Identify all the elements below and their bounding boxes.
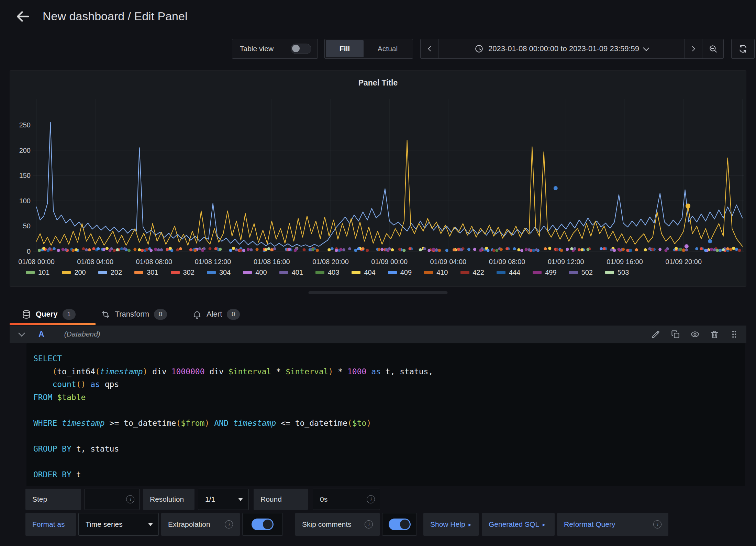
legend-item-400[interactable]: 400 bbox=[243, 269, 267, 276]
svg-text:0: 0 bbox=[27, 248, 31, 255]
legend-item-444[interactable]: 444 bbox=[497, 269, 520, 276]
time-shift-back-button[interactable] bbox=[421, 39, 438, 58]
refresh-icon bbox=[738, 44, 748, 54]
legend-swatch bbox=[533, 271, 542, 274]
legend-label: 422 bbox=[473, 269, 484, 276]
show-help-button[interactable]: Show Help▸ bbox=[423, 513, 479, 536]
svg-text:01/08 20:00: 01/08 20:00 bbox=[312, 258, 349, 265]
tab-query[interactable]: Query 1 bbox=[22, 309, 76, 320]
zoom-out-button[interactable] bbox=[702, 39, 723, 58]
show-help-text: Show Help bbox=[430, 520, 465, 528]
edit-pencil-icon[interactable] bbox=[651, 330, 660, 339]
query-datasource: (Databend) bbox=[64, 330, 100, 338]
legend-swatch bbox=[460, 271, 469, 274]
legend-swatch bbox=[424, 271, 433, 274]
drag-handle-icon[interactable] bbox=[730, 330, 739, 339]
legend-label: 401 bbox=[292, 269, 303, 276]
legend-item-301[interactable]: 301 bbox=[134, 269, 158, 276]
legend-item-499[interactable]: 499 bbox=[533, 269, 556, 276]
time-range-button[interactable]: 2023-01-08 00:00:00 to 2023-01-09 23:59:… bbox=[438, 39, 684, 58]
reformat-query-button[interactable]: Reformat Query i bbox=[557, 513, 668, 536]
svg-text:01/09 12:00: 01/09 12:00 bbox=[548, 258, 584, 265]
svg-text:01/09 16:00: 01/09 16:00 bbox=[607, 258, 643, 265]
svg-text:01/09 04:00: 01/09 04:00 bbox=[430, 258, 467, 265]
refresh-button[interactable] bbox=[731, 39, 755, 59]
transform-icon bbox=[101, 310, 110, 319]
legend-label: 503 bbox=[618, 269, 629, 276]
tab-alert[interactable]: Alert 0 bbox=[192, 309, 240, 320]
collapse-chevron-icon[interactable] bbox=[18, 330, 25, 337]
actual-button[interactable]: Actual bbox=[364, 40, 412, 57]
back-arrow-icon[interactable] bbox=[15, 9, 30, 24]
chart-panel: Panel Title 05010015020025001/08 00:0001… bbox=[10, 70, 746, 287]
tab-query-label: Query bbox=[36, 310, 58, 319]
legend-label: 101 bbox=[38, 269, 49, 276]
legend-item-404[interactable]: 404 bbox=[352, 269, 375, 276]
fill-actual-segmented: Fill Actual bbox=[324, 39, 413, 59]
generated-sql-button[interactable]: Generated SQL▸ bbox=[482, 513, 555, 536]
legend-label: 301 bbox=[147, 269, 158, 276]
table-view-control: Table view bbox=[232, 39, 318, 59]
legend-item-503[interactable]: 503 bbox=[605, 269, 629, 276]
format-select[interactable]: Time series bbox=[78, 513, 159, 536]
bell-icon bbox=[192, 310, 202, 319]
resolution-select[interactable]: 1/1 bbox=[198, 489, 249, 510]
trash-icon[interactable] bbox=[710, 330, 719, 339]
sql-query-editor[interactable]: SELECT (to_int64(timestamp) div 1000000 … bbox=[26, 343, 745, 486]
step-label: Step bbox=[25, 489, 81, 510]
tab-transform[interactable]: Transform 0 bbox=[101, 309, 167, 320]
copy-icon[interactable] bbox=[671, 330, 680, 339]
legend-item-409[interactable]: 409 bbox=[388, 269, 412, 276]
legend-swatch bbox=[388, 271, 397, 274]
legend-item-502[interactable]: 502 bbox=[569, 269, 593, 276]
step-input[interactable]: i bbox=[85, 489, 140, 510]
legend-item-410[interactable]: 410 bbox=[424, 269, 448, 276]
timeseries-chart[interactable]: 05010015020025001/08 00:0001/08 04:0001/… bbox=[10, 71, 746, 287]
fill-button[interactable]: Fill bbox=[326, 40, 364, 57]
table-view-toggle[interactable] bbox=[291, 44, 311, 54]
database-icon bbox=[22, 310, 31, 319]
skip-comments-text: Skip comments bbox=[302, 520, 352, 528]
svg-text:150: 150 bbox=[19, 172, 31, 179]
legend-label: 410 bbox=[436, 269, 448, 276]
legend-label: 444 bbox=[509, 269, 520, 276]
legend-item-200[interactable]: 200 bbox=[62, 269, 86, 276]
zoom-out-icon bbox=[709, 44, 718, 53]
skip-comments-toggle[interactable] bbox=[389, 519, 411, 530]
query-ref-id[interactable]: A bbox=[38, 330, 44, 339]
clock-icon bbox=[475, 44, 483, 53]
info-icon[interactable]: i bbox=[653, 520, 662, 528]
legend-swatch bbox=[497, 271, 505, 274]
triangle-right-icon: ▸ bbox=[543, 521, 545, 528]
extrapolation-text: Extrapolation bbox=[168, 520, 210, 528]
time-shift-forward-button[interactable] bbox=[684, 39, 702, 58]
legend-item-101[interactable]: 101 bbox=[26, 269, 49, 276]
legend-item-202[interactable]: 202 bbox=[98, 269, 122, 276]
legend-item-422[interactable]: 422 bbox=[460, 269, 484, 276]
legend-swatch bbox=[315, 271, 324, 274]
svg-text:01/09 00:00: 01/09 00:00 bbox=[371, 258, 408, 265]
extrapolation-toggle[interactable] bbox=[252, 519, 274, 530]
legend-item-403[interactable]: 403 bbox=[315, 269, 339, 276]
svg-text:01/08 04:00: 01/08 04:00 bbox=[77, 258, 113, 265]
legend-item-302[interactable]: 302 bbox=[171, 269, 194, 276]
sql-line: count() as qps bbox=[33, 378, 745, 391]
resolution-label: Resolution bbox=[143, 489, 194, 510]
toggle-knob bbox=[292, 45, 300, 52]
legend-item-401[interactable]: 401 bbox=[279, 269, 303, 276]
sql-line: FROM $table bbox=[33, 391, 745, 404]
tab-transform-count: 0 bbox=[154, 309, 167, 320]
svg-text:50: 50 bbox=[23, 222, 31, 230]
legend-label: 404 bbox=[364, 269, 375, 276]
info-icon[interactable]: i bbox=[367, 495, 375, 503]
panel-resize-handle[interactable] bbox=[309, 291, 448, 294]
info-icon[interactable]: i bbox=[225, 520, 233, 528]
info-icon[interactable]: i bbox=[365, 520, 373, 528]
round-input[interactable]: 0s i bbox=[313, 489, 380, 510]
info-icon[interactable]: i bbox=[126, 495, 134, 503]
eye-icon[interactable] bbox=[690, 330, 700, 339]
legend-item-304[interactable]: 304 bbox=[207, 269, 231, 276]
resolution-value: 1/1 bbox=[205, 495, 215, 503]
svg-text:200: 200 bbox=[19, 147, 31, 154]
sql-line: GROUP BY t, status bbox=[33, 443, 745, 456]
